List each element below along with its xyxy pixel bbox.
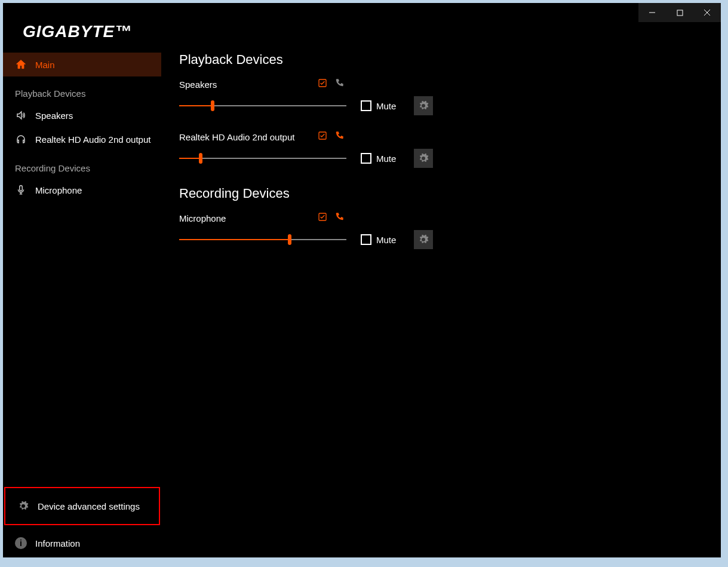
- speakers-mute-checkbox[interactable]: Mute: [361, 100, 396, 111]
- minimize-button[interactable]: [638, 3, 666, 22]
- nav-information-label: Information: [35, 538, 80, 548]
- device-microphone-name: Microphone: [179, 213, 311, 223]
- speakers-volume-slider[interactable]: [179, 100, 346, 111]
- gear-icon: [17, 500, 29, 512]
- sidebar: Main Playback Devices Speakers Realtek H…: [3, 26, 161, 557]
- brand-logo: GIGABYTE™: [23, 22, 132, 41]
- close-button[interactable]: [693, 3, 721, 22]
- device-realtek-name: Realtek HD Audio 2nd output: [179, 132, 311, 142]
- device-speakers-name: Speakers: [179, 79, 311, 90]
- sidebar-microphone-label: Microphone: [35, 185, 82, 195]
- microphone-icon: [15, 184, 27, 196]
- body: Main Playback Devices Speakers Realtek H…: [3, 26, 721, 557]
- realtek-mute-label: Mute: [376, 154, 396, 164]
- speakers-settings-button[interactable]: [414, 96, 433, 115]
- nav-information[interactable]: i Information: [3, 529, 161, 557]
- maximize-button[interactable]: [666, 3, 693, 22]
- home-icon: [15, 59, 27, 71]
- jack-icon: [334, 212, 344, 224]
- microphone-volume-slider[interactable]: [179, 234, 346, 245]
- jack-icon: [334, 78, 344, 90]
- nav-advanced-label: Device advanced settings: [38, 501, 140, 511]
- sidebar-item-microphone[interactable]: Microphone: [3, 178, 161, 202]
- speaker-icon: [15, 109, 27, 121]
- sidebar-section-playback: Playback Devices: [3, 76, 161, 103]
- microphone-mute-checkbox[interactable]: Mute: [361, 234, 396, 245]
- nav-main-label: Main: [35, 60, 55, 70]
- microphone-mute-label: Mute: [376, 235, 396, 245]
- default-check-icon[interactable]: [318, 131, 327, 143]
- recording-section-title: Recording Devices: [179, 186, 703, 201]
- headphones-icon: [15, 133, 27, 145]
- nav-main[interactable]: Main: [3, 53, 161, 76]
- default-check-icon[interactable]: [318, 78, 327, 90]
- content: Playback Devices Speakers: [161, 26, 721, 557]
- nav-advanced-settings[interactable]: Device advanced settings: [5, 500, 159, 512]
- device-speakers: Speakers Mute: [179, 78, 703, 115]
- sidebar-item-speakers[interactable]: Speakers: [3, 103, 161, 127]
- svg-rect-1: [677, 10, 683, 16]
- realtek-settings-button[interactable]: [414, 149, 433, 168]
- sidebar-item-realtek[interactable]: Realtek HD Audio 2nd output: [3, 127, 161, 151]
- highlighted-advanced-settings: Device advanced settings: [4, 487, 160, 525]
- microphone-settings-button[interactable]: [414, 230, 433, 249]
- realtek-volume-slider[interactable]: [179, 153, 346, 164]
- device-microphone: Microphone Mute: [179, 212, 703, 249]
- jack-icon: [334, 131, 344, 143]
- sidebar-realtek-label: Realtek HD Audio 2nd output: [35, 134, 150, 145]
- speakers-mute-label: Mute: [376, 101, 396, 111]
- sidebar-speakers-label: Speakers: [35, 111, 73, 121]
- playback-section-title: Playback Devices: [179, 52, 703, 68]
- window-controls: [638, 3, 721, 22]
- info-icon: i: [15, 537, 27, 549]
- realtek-mute-checkbox[interactable]: Mute: [361, 153, 396, 164]
- app-window: GIGABYTE™ Main Playback Devices Speakers: [3, 3, 721, 557]
- device-realtek: Realtek HD Audio 2nd output: [179, 131, 703, 168]
- sidebar-section-recording: Recording Devices: [3, 151, 161, 178]
- default-check-icon[interactable]: [318, 212, 327, 224]
